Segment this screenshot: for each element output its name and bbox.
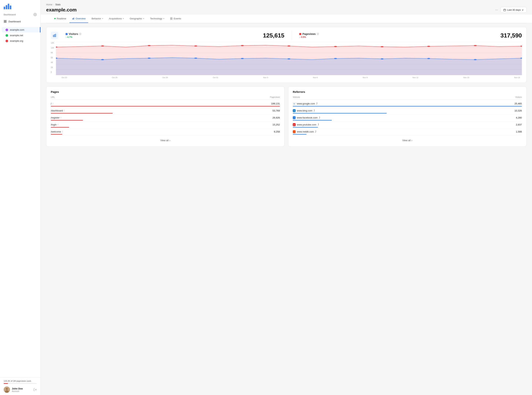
pages-col-url: URL — [51, 96, 55, 98]
svg-point-39 — [101, 59, 104, 60]
stats-icon-wrap — [51, 32, 58, 39]
svg-point-30 — [194, 45, 197, 47]
page-url[interactable]: /dashboard ⤴ — [51, 109, 65, 112]
site-name: www.youtube.com — [297, 123, 316, 126]
visitors-color-dot — [66, 33, 68, 35]
breadcrumb-home[interactable]: Home — [46, 3, 52, 6]
tab-chevron: ▾ — [163, 17, 164, 20]
sidebar-item-example-net[interactable]: example.net — [2, 33, 39, 38]
site-dot — [6, 34, 8, 37]
data-row-top: /login ⤴ 15,252 — [51, 123, 280, 126]
page-value: 199,131 — [271, 102, 280, 105]
site-name: www.reddit.com — [297, 130, 314, 133]
tab-label: Events — [174, 17, 181, 20]
tab-overview[interactable]: Overview — [69, 15, 88, 23]
svg-point-46 — [427, 58, 430, 59]
more-options-button[interactable]: ··· — [495, 8, 498, 12]
svg-rect-13 — [73, 18, 73, 19]
pageviews-metric: Pageviews ⓘ ↓ 0.5% — [299, 33, 319, 38]
data-row-top: G www.google.com ⤴ 25,465 — [293, 102, 522, 105]
chart-x-label: Oct 22 — [62, 77, 67, 79]
svg-point-43 — [287, 58, 291, 60]
pageviews-info-icon[interactable]: ⓘ — [317, 33, 319, 35]
favicon-reddit: r — [293, 130, 296, 133]
user-profile[interactable]: John Doe Account — [4, 386, 37, 393]
table-row: f www.facebook.com ⤴ 4,280 — [293, 115, 522, 122]
pageviews-color-dot — [299, 33, 301, 35]
svg-point-29 — [148, 45, 151, 46]
page-url[interactable]: /welcome ⤴ — [51, 130, 63, 133]
menu-header: Dashboard — [0, 11, 40, 18]
table-row: / ⤴ 199,131 — [51, 101, 280, 108]
tab-events[interactable]: Events — [168, 15, 184, 23]
bottom-row: Pages URL Pageviews / ⤴ 199,131 /dashboa… — [46, 86, 526, 147]
site-label: example.com — [10, 28, 24, 31]
svg-rect-2 — [5, 20, 6, 21]
referrer-site[interactable]: G www.google.com ⤴ — [293, 102, 318, 105]
referrer-site[interactable]: b www.bing.com ⤴ — [293, 109, 315, 112]
tab-label: Geographic — [130, 17, 142, 20]
tab-behavior[interactable]: Behavior▾ — [89, 15, 106, 23]
settings-icon[interactable] — [34, 13, 37, 16]
tab-realtime[interactable]: Realtime — [52, 15, 69, 23]
referrers-view-all-label: View all — [402, 139, 411, 142]
ext-link-icon: ⤴ — [64, 110, 65, 112]
svg-point-34 — [381, 46, 384, 47]
svg-rect-4 — [5, 22, 6, 22]
tab-geographic[interactable]: Geographic▾ — [127, 15, 147, 23]
referrer-site[interactable]: r www.reddit.com ⤴ — [293, 130, 316, 133]
site-dot — [6, 40, 8, 42]
favicon-bing: b — [293, 109, 296, 112]
referrer-bar — [293, 106, 522, 106]
url-text: /register — [51, 116, 60, 119]
svg-point-41 — [194, 58, 197, 59]
svg-point-0 — [35, 14, 36, 15]
svg-point-40 — [148, 58, 151, 59]
data-row-top: r www.reddit.com ⤴ 1,588 — [293, 130, 522, 133]
y-label-8k: 8K — [51, 52, 56, 54]
referrer-bar — [293, 113, 387, 114]
tab-technology[interactable]: Technology▾ — [147, 15, 167, 23]
tab-label: Acquisitions — [109, 17, 122, 20]
ext-link-icon: ⤴ — [318, 123, 319, 126]
sidebar-item-dashboard[interactable]: Dashboard — [2, 18, 39, 24]
visitors-value: 125,615 — [263, 32, 285, 39]
referrers-view-all-arrow: › — [412, 139, 412, 142]
sidebar-item-example-org[interactable]: example.org — [2, 38, 39, 44]
svg-point-45 — [381, 58, 384, 60]
date-range-chevron: ∨ — [522, 9, 524, 11]
svg-rect-17 — [53, 35, 54, 37]
visitors-metric: Visitors ⓘ ↑ 4.7% — [66, 33, 81, 38]
ext-link-icon: ⤴ — [62, 131, 63, 133]
user-name: John Doe — [12, 387, 32, 390]
visitors-info-icon[interactable]: ⓘ — [79, 33, 81, 35]
data-row-top: /register ⤴ 26,926 — [51, 116, 280, 119]
pages-view-all-btn[interactable]: View all › — [160, 139, 170, 142]
y-label-12k: 12K — [51, 42, 56, 44]
referrers-view-all-btn[interactable]: View all › — [402, 139, 412, 142]
page-url[interactable]: / ⤴ — [51, 102, 53, 105]
table-row: r www.reddit.com ⤴ 1,588 — [293, 129, 522, 136]
tab-acquisitions[interactable]: Acquisitions▾ — [106, 15, 126, 23]
calendar-icon — [503, 9, 506, 11]
visitors-label: Visitors ⓘ — [66, 33, 81, 35]
page-url[interactable]: /register ⤴ — [51, 116, 61, 119]
avatar-image — [4, 386, 10, 393]
chart-x-label: Nov 9 — [363, 77, 368, 79]
date-range-button[interactable]: Last 30 days ∨ — [501, 7, 526, 13]
pageviews-label: Pageviews ⓘ — [299, 33, 319, 35]
sidebar-item-example-com[interactable]: example.com — [2, 27, 40, 33]
svg-point-6 — [6, 388, 8, 390]
pages-view-all-arrow: › — [170, 139, 170, 142]
ext-link-icon: ⤴ — [315, 130, 316, 133]
referrer-site[interactable]: ▶ www.youtube.com ⤴ — [293, 123, 319, 126]
ext-link-icon: ⤴ — [52, 103, 53, 105]
logout-icon[interactable] — [34, 388, 37, 391]
svg-point-36 — [474, 45, 477, 46]
page-url[interactable]: /login ⤴ — [51, 123, 58, 126]
usage-bar — [4, 383, 37, 384]
breadcrumb: Home › Stats — [46, 3, 526, 6]
referrer-site[interactable]: f www.facebook.com ⤴ — [293, 116, 320, 119]
chart-x-label: Nov 18 — [514, 77, 520, 79]
table-row: /welcome ⤴ 9,258 — [51, 129, 280, 136]
